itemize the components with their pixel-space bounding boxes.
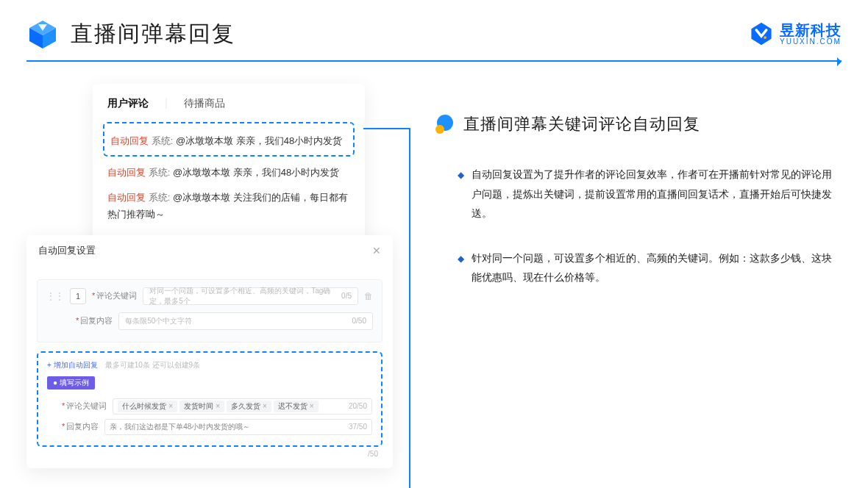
ex-content-label: *回复内容	[62, 421, 99, 432]
highlighted-comment: 自动回复 系统: @冰墩墩本墩 亲亲，我们48小时内发货	[103, 122, 355, 157]
tab-separator: |	[165, 97, 168, 110]
settings-title: 自动回复设置	[38, 244, 96, 257]
left-column: 用户评论 | 待播商品 自动回复 系统: @冰墩墩本墩 亲亲，我们48小时内发货…	[26, 69, 409, 468]
svg-point-4	[764, 36, 766, 39]
close-icon[interactable]: ✕	[372, 245, 381, 256]
right-column: 直播间弹幕关键词评论自动回复 ◆ 自动回复设置为了提升作者的评论回复效率，作者可…	[435, 69, 842, 468]
system-tag: 系统:	[149, 192, 171, 203]
comment-text: @冰墩墩本墩 亲亲，我们48小时内发货	[176, 135, 342, 146]
drag-handle-icon[interactable]: ⋮⋮	[46, 291, 64, 301]
dot-icon	[435, 115, 455, 134]
tab-pending-goods[interactable]: 待播商品	[184, 97, 225, 110]
tag-remove-icon[interactable]: ×	[168, 402, 173, 410]
content-placeholder: 每条限50个中文字符	[125, 316, 192, 326]
logo-text: 昱新科技	[780, 23, 842, 37]
auto-reply-tag: 自动回复	[107, 192, 146, 203]
logo-subtext: YUUXIN.COM	[780, 37, 842, 46]
auto-reply-tag: 自动回复	[107, 167, 146, 178]
content-input[interactable]: 每条限50个中文字符 0/50	[118, 312, 373, 330]
outer-count: /50	[37, 447, 383, 458]
ex-keyword-label: *评论关键词	[62, 401, 107, 412]
comment-line: 自动回复 系统: @冰墩墩本墩 亲亲，我们48小时内发货	[107, 164, 350, 181]
tag-remove-icon[interactable]: ×	[216, 402, 220, 410]
tabs: 用户评论 | 待播商品	[107, 97, 350, 110]
diamond-icon: ◆	[458, 248, 464, 287]
logo-icon	[749, 21, 774, 46]
system-tag: 系统:	[149, 167, 171, 178]
keyword-label: *评论关键词	[92, 290, 137, 301]
settings-card: 自动回复设置 ✕ ⋮⋮ 1 *评论关键词 对同一个问题，可设置多个相近、高频的关…	[26, 235, 393, 468]
settings-body: ⋮⋮ 1 *评论关键词 对同一个问题，可设置多个相近、高频的关键词，Tag确定，…	[37, 279, 383, 342]
brand-logo: 昱新科技 YUUXIN.COM	[749, 21, 842, 46]
comment-text: @冰墩墩本墩 亲亲，我们48小时内发货	[173, 167, 339, 178]
system-tag: 系统:	[152, 135, 174, 146]
tag-chip[interactable]: 发货时间×	[179, 401, 224, 412]
header: 直播间弹幕回复 昱新科技 YUUXIN.COM	[0, 0, 868, 50]
tag-chip[interactable]: 迟不发货×	[274, 401, 319, 412]
content-count: 0/50	[352, 317, 366, 325]
keyword-input[interactable]: 对同一个问题，可设置多个相近、高频的关键词，Tag确定，最多5个 0/5	[143, 287, 358, 305]
comment-line: 自动回复 系统: @冰墩墩本墩 关注我们的店铺，每日都有热门推荐呦～	[107, 189, 350, 223]
keyword-placeholder: 对同一个问题，可设置多个相近、高频的关键词，Tag确定，最多5个	[149, 286, 341, 306]
auto-reply-tag: 自动回复	[110, 135, 149, 146]
ex-content-count: 37/50	[349, 423, 367, 431]
tab-user-comments[interactable]: 用户评论	[107, 97, 149, 110]
content-label: *回复内容	[76, 315, 113, 326]
section-title: 直播间弹幕关键词评论自动回复	[463, 113, 700, 135]
sequence-input[interactable]: 1	[70, 288, 86, 304]
cube-icon	[26, 18, 59, 50]
example-block: + 增加自动回复 最多可建10条 还可以创建9条 ● 填写示例 *评论关键词 什…	[37, 351, 383, 447]
delete-icon[interactable]: 🗑	[364, 291, 373, 301]
diamond-icon: ◆	[458, 165, 464, 223]
bullet-item: ◆ 针对同一个问题，可设置多个相近的、高频的关键词。例如：这款多少钱、这块能优惠…	[435, 248, 842, 287]
tag-remove-icon[interactable]: ×	[263, 402, 267, 410]
tag-remove-icon[interactable]: ×	[310, 402, 314, 410]
add-auto-reply-link[interactable]: + 增加自动回复	[47, 360, 98, 370]
bullet-item: ◆ 自动回复设置为了提升作者的评论回复效率，作者可在开播前针对常见的评论用户问题…	[435, 165, 842, 223]
tag-chip[interactable]: 多久发货×	[227, 401, 271, 412]
ex-keyword-count: 20/50	[349, 402, 367, 410]
tag-chip[interactable]: 什么时候发货×	[118, 401, 177, 412]
ex-keyword-input[interactable]: 什么时候发货× 发货时间× 多久发货× 迟不发货× 20/50	[113, 398, 372, 415]
ex-content-text: 亲，我们这边都是下单48小时内发货的哦～	[110, 422, 250, 432]
bullet-text: 针对同一个问题，可设置多个相近的、高频的关键词。例如：这款多少钱、这块能优惠吗、…	[472, 248, 842, 287]
ex-content-input[interactable]: 亲，我们这边都是下单48小时内发货的哦～ 37/50	[104, 419, 372, 435]
comment-line: 自动回复 系统: @冰墩墩本墩 亲亲，我们48小时内发货	[110, 132, 347, 149]
keyword-count: 0/5	[341, 292, 352, 300]
page-title: 直播间弹幕回复	[71, 19, 235, 49]
header-divider	[26, 60, 842, 62]
example-chip: ● 填写示例	[47, 376, 95, 390]
add-hint: 最多可建10条 还可以创建9条	[105, 360, 200, 370]
bullet-text: 自动回复设置为了提升作者的评论回复效率，作者可在开播前针对常见的评论用户问题，提…	[472, 165, 842, 223]
comments-card: 用户评论 | 待播商品 自动回复 系统: @冰墩墩本墩 亲亲，我们48小时内发货…	[93, 84, 365, 254]
